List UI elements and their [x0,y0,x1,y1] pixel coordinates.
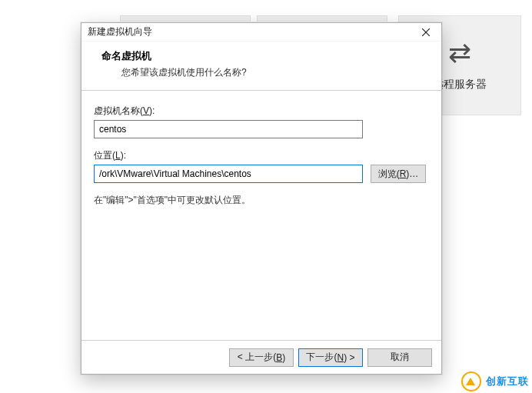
brand-text: 创新互联 [486,375,529,388]
dialog-titlebar: 新建虚拟机向导 [81,23,441,42]
dialog-header-subtitle: 您希望该虚拟机使用什么名称? [101,66,429,79]
background-toolbar [120,15,387,22]
remote-server-icon: ⇄ [448,39,471,67]
dialog-header: 命名虚拟机 您希望该虚拟机使用什么名称? [81,42,441,91]
new-vm-wizard-dialog: 新建虚拟机向导 命名虚拟机 您希望该虚拟机使用什么名称? 虚拟机名称(V): 位… [81,22,442,375]
dialog-footer: < 上一步(B) 下一步(N) > 取消 [81,340,441,374]
vm-location-label: 位置(L): [94,149,429,162]
brand-icon [461,371,481,391]
dialog-body: 虚拟机名称(V): 位置(L): 浏览(R)… 在"编辑">"首选项"中可更改默… [81,91,441,340]
close-icon [422,28,430,36]
next-button[interactable]: 下一步(N) > [298,348,363,367]
vm-name-label: 虚拟机名称(V): [94,105,429,118]
dialog-title: 新建虚拟机向导 [88,25,152,38]
vm-location-input[interactable] [94,165,363,183]
brand-watermark: 创新互联 [461,367,532,393]
dialog-close-button[interactable] [412,24,440,41]
browse-button[interactable]: 浏览(R)… [371,165,426,183]
back-button[interactable]: < 上一步(B) [229,348,294,367]
vm-name-input[interactable] [94,120,363,138]
dialog-header-title: 命名虚拟机 [101,49,429,63]
cancel-button[interactable]: 取消 [367,348,432,367]
location-hint: 在"编辑">"首选项"中可更改默认位置。 [94,194,429,207]
